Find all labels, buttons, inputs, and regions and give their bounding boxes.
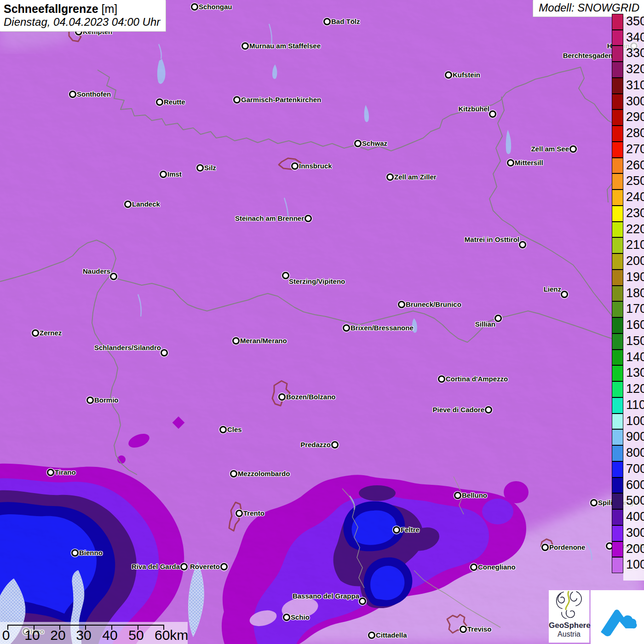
colorbar-swatch-2600 [612, 158, 623, 174]
colorbar-tick-label: 2900 [626, 111, 644, 123]
colorbar-swatch-400 [612, 509, 623, 525]
city-label: Cortina d'Ampezzo [446, 375, 508, 383]
scalebar-label: 20 [50, 627, 65, 643]
city-label: Bienno [79, 549, 103, 557]
city-dot-treviso [460, 626, 467, 633]
colorbar-tick-label: 200 [626, 543, 644, 555]
city-dot-bruneck-brunico [398, 301, 405, 308]
avalanche-report-logo [591, 590, 644, 644]
city-label: Predazzo [300, 441, 331, 448]
city-dot-trento [236, 510, 243, 517]
timestamp: Dienstag, 04.04.2023 04:00 Uhr [4, 16, 160, 29]
map-title-box: Schneefallgrenze [m] Dienstag, 04.04.202… [0, 0, 166, 31]
colorbar-tick-label: 3000 [626, 95, 644, 108]
colorbar-tick-label: 1000 [626, 415, 644, 427]
city-label: Mezzolombardo [238, 470, 290, 477]
city-label: Zernez [40, 329, 62, 337]
colorbar-tick-label: 1900 [626, 271, 644, 283]
city-dot-lienz [561, 291, 568, 298]
colorbar-swatch-3100 [612, 78, 623, 94]
city-dot-schongau [191, 3, 198, 11]
colorbar-tick-label: 1100 [626, 399, 644, 411]
city-label: Schio [291, 613, 310, 621]
city-dot-meran-merano [232, 337, 240, 345]
city-dot-pieve-di-cadore [485, 406, 492, 414]
colorbar-swatch-3400 [612, 30, 623, 46]
city-label: Matrei in Osttirol [465, 236, 519, 243]
colorbar-tick-label: 2200 [626, 223, 644, 236]
model-label: Modell: SNOWGRID [539, 1, 639, 14]
city-label: Bruneck/Brunico [406, 300, 461, 308]
city-label: Tirano [55, 468, 76, 476]
colorbar-swatch-300 [612, 525, 623, 541]
colorbar-swatch-100 [612, 557, 623, 573]
city-dot-cortina-d-ampezzo [438, 375, 445, 383]
colorbar-tick-label: 1300 [626, 367, 644, 379]
city-dot-cles [219, 426, 227, 433]
geosphere-green-line [566, 592, 569, 610]
city-dot-brixen-bressanone [343, 324, 350, 332]
city-label: Sillian [475, 320, 495, 328]
colorbar-swatch-2900 [612, 109, 623, 126]
colorbar-tick-label: 2000 [626, 255, 644, 267]
colorbar-tick-label: 1500 [626, 335, 644, 347]
city-label: Bormio [94, 396, 119, 404]
colorbar-tick-label: 400 [626, 511, 644, 523]
city-label: Mittersill [515, 159, 543, 167]
city-dot-mittersill [507, 159, 514, 167]
colorbar-swatch-2200 [612, 222, 623, 238]
colorbar-tick-label: 1400 [626, 351, 644, 363]
city-dot-feltre [393, 526, 400, 534]
city-label: Conegliano [478, 563, 516, 571]
colorbar-tick-label: 3200 [626, 63, 644, 75]
colorbar-tick-label: 3300 [626, 47, 644, 59]
city-label: Rovereto [190, 563, 220, 570]
colorbar-tick-label: 2500 [626, 175, 644, 187]
colorbar-tick-label: 300 [626, 527, 644, 539]
colorbar-tick-label: 2300 [626, 207, 644, 219]
city-label: Nauders [83, 267, 110, 275]
city-label: Sonthofen [77, 90, 111, 98]
colorbar-swatch-800 [612, 445, 623, 461]
page-title: Schneefallgrenze [m] [4, 2, 160, 16]
city-dot-schwaz [354, 140, 362, 147]
colorbar-swatch-200 [612, 541, 623, 558]
colorbar-tick-label: 600 [626, 479, 644, 491]
city-dot-zell-am-ziller [386, 173, 394, 181]
city-dot-zernez [32, 329, 39, 337]
colorbar-swatch-1000 [612, 414, 623, 430]
colorbar-swatch-2500 [612, 173, 623, 190]
colorbar-tick-label: 700 [626, 463, 644, 475]
colorbar-swatch-1900 [612, 270, 623, 286]
city-dot-spilimbergo [590, 499, 598, 506]
city-label: Murnau am Staffelsee [249, 42, 321, 50]
colorbar-tick-label: 2700 [626, 143, 644, 155]
title-unit: [m] [102, 2, 118, 15]
city-dot-murnau-am-staffelsee [242, 42, 249, 50]
scalebar-label: 0 [2, 627, 10, 643]
city-label: Belluno [462, 491, 487, 499]
snowfall-limit-map: SchongauBad TölzKemptenMurnau am Staffel… [0, 0, 644, 644]
colorbar-tick-label: 2100 [626, 239, 644, 251]
colorbar-tick-label: 1200 [626, 383, 644, 395]
city-label: Imst [167, 170, 182, 178]
colorbar-swatch-3000 [612, 94, 623, 110]
city-dot-steinach-am-brenner [305, 215, 312, 222]
city-dot-landeck [124, 201, 132, 208]
city-dot-sillian [494, 315, 502, 322]
mountain-cloud-icon [594, 594, 640, 640]
colorbar-swatch-900 [612, 429, 623, 445]
geosphere-name: GeoSphere [549, 621, 589, 630]
colorbar-swatch-2400 [612, 190, 623, 206]
city-dot-nauders [110, 273, 117, 280]
city-label: Sterzing/Vipiteno [289, 277, 345, 285]
colorbar-tick-label: 500 [626, 494, 644, 507]
city-dot-zell-am-see [569, 145, 577, 153]
city-dot-mezzolombardo [230, 470, 237, 477]
colorbar-swatch-3500 [612, 14, 623, 30]
city-dot-imst [160, 171, 167, 178]
colorbar-swatch-600 [612, 477, 623, 494]
scalebar-label-end: 60km [155, 627, 188, 643]
city-label: Feltre [401, 526, 420, 534]
colorbar-swatch-2300 [612, 206, 623, 222]
